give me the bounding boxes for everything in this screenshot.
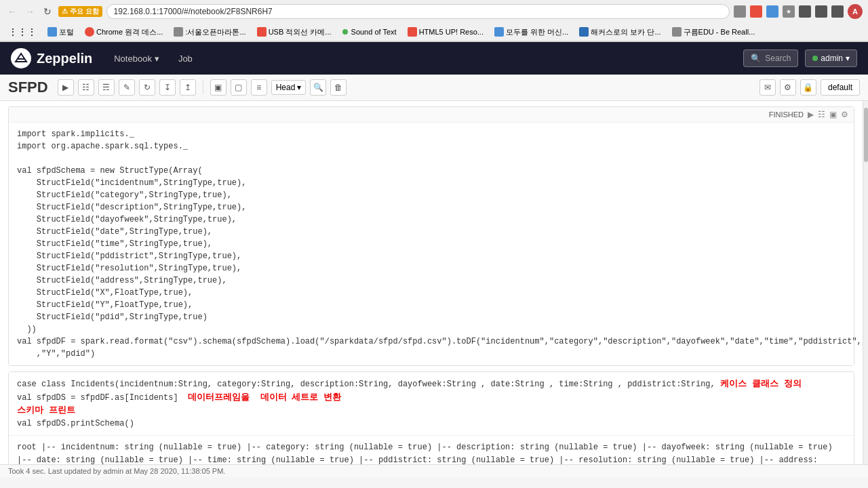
admin-label: admin [821,54,843,63]
dropdown-arrow: ▾ [297,83,301,92]
browser-chrome: ← → ↻ ⚠ 주요 요함 192.168.0.1:17000/#/notebo… [0,0,868,42]
layout-button[interactable]: ☷ [78,79,94,96]
cell-1-code[interactable]: import spark.implicits._ import org.apac… [9,123,854,365]
delete-button[interactable]: 🗑 [330,79,347,96]
notebook-toolbar: SFPD ▶ ☷ ☴ ✎ ↻ ↧ ↥ ▣ ▢ ≡ Head ▾ 🔍 🗑 ✉ ⚙ … [0,75,868,101]
toolbar-separator-1 [203,81,203,94]
status-text: Took 4 sec. Last updated by admin at May… [8,467,225,475]
chevron-down-icon: ▾ [846,54,850,63]
header-right: 🔍 Search admin ▾ [743,49,857,67]
refresh-button[interactable]: ↻ [139,79,155,96]
search-box[interactable]: 🔍 Search [743,49,798,67]
extension-icon-2 [750,5,762,18]
back-button[interactable]: ← [5,5,19,18]
annotation-ds: 데이터프레임을 데이터 세트로 변환 [188,392,341,403]
cell-1-status: FINISHED [769,110,804,119]
app-header: Zeppelin Notebook ▾ Job 🔍 Search admin ▾ [0,42,868,75]
lock-icon[interactable]: 🔒 [800,79,816,96]
status-bar: Took 4 sec. Last updated by admin at May… [0,464,868,477]
main-content: FINISHED ▶ ☷ ▣ ⚙ import spark.implicits.… [0,101,868,464]
edit-button[interactable]: ✎ [119,79,135,96]
config-icon[interactable]: ⚙ [780,79,796,96]
bookmark-ml[interactable]: 모두를 위한 머신... [492,26,571,39]
extension-icon-4: ★ [783,5,795,18]
nav-notebook[interactable]: Notebook ▾ [106,48,167,69]
search-icon: 🔍 [751,54,761,63]
annotation-schema: 스키마 프린트 [17,405,75,415]
bookmarks-bar: ⋮⋮⋮ 포털 Chrome 원격 데스... :서울오픈마라톤... USB 적… [0,23,868,41]
nav-job[interactable]: Job [170,48,201,69]
search-code-button[interactable]: 🔍 [310,79,326,96]
cell-1-header: FINISHED ▶ ☷ ▣ ⚙ [9,107,854,123]
admin-button[interactable]: admin ▾ [805,49,857,67]
cell-2-code[interactable]: case class Incidents(incidentnum:String,… [9,372,854,435]
bookmark-html5up[interactable]: HTML5 UP! Reso... [405,26,486,38]
zeppelin-logo: Zeppelin [11,48,92,68]
search-placeholder: Search [765,54,791,63]
notebook-title: SFPD [8,79,48,96]
forward-button[interactable]: → [23,5,37,18]
address-text: 192.168.0.1:17000/#/notebook/2F8SNR6H7 [114,7,273,16]
head-dropdown[interactable]: Head ▾ [271,80,307,95]
extension-icon-3 [766,5,778,18]
settings-icon[interactable]: ✉ [760,79,776,96]
toolbar-right: ✉ ⚙ 🔒 default [760,79,860,96]
cell-settings-icon[interactable]: ⚙ [841,110,848,119]
ds-code-line: val sfpdDS = sfpdDF.as[Incidents] 데이터프레임… [17,393,341,403]
bookmark-cloud-edu[interactable]: 구름EDU - Be Reall... [669,26,758,39]
run-button[interactable]: ▶ [58,79,74,96]
address-bar[interactable]: 192.168.0.1:17000/#/notebook/2F8SNR6H7 [106,4,730,19]
logo-icon [11,48,31,68]
cell-expand-icon[interactable]: ▣ [829,110,837,119]
warning-badge: ⚠ 주요 요함 [58,6,102,17]
extension-icon-5 [799,5,811,18]
status-dot [812,56,818,61]
browser-icons: ★ A [734,4,863,19]
bookmark-hacker-voca[interactable]: 해커스로의 보카 단... [576,26,663,39]
list-button[interactable]: ≡ [251,79,267,96]
scrollbar-thumb[interactable] [864,108,868,162]
bookmark-seoul-marathon[interactable]: :서울오픈마라톤... [171,26,248,39]
cell-run-icon[interactable]: ▶ [808,110,814,119]
copy-button[interactable]: ▣ [210,79,226,96]
browser-toolbar: ← → ↻ ⚠ 주요 요함 192.168.0.1:17000/#/notebo… [0,0,868,23]
bookmark-chrome-remote[interactable]: Chrome 원격 데스... [82,26,165,39]
schema-output: root |-- incidentnum: string (nullable =… [9,435,854,465]
download-button[interactable]: ↧ [159,79,176,96]
case-code-line: case class Incidents(incidentnum:String,… [17,380,802,389]
bookmark-usb-camera[interactable]: USB 적외선 카메... [254,26,334,39]
cell-1: FINISHED ▶ ☷ ▣ ⚙ import spark.implicits.… [8,106,854,366]
zoom-button[interactable]: ▢ [231,79,247,96]
upload-button[interactable]: ↥ [180,79,196,96]
bookmark-apps[interactable]: ⋮⋮⋮ [5,25,39,39]
app-title: Zeppelin [37,51,92,66]
bookmark-sound-of-text[interactable]: Sound of Text [340,26,399,37]
cell-container: FINISHED ▶ ☷ ▣ ⚙ import spark.implicits.… [0,101,863,464]
table-button[interactable]: ☴ [98,79,115,96]
default-button[interactable]: default [821,79,860,96]
extension-icon-7 [831,5,844,18]
extension-icon-1 [734,5,746,18]
bookmark-portal[interactable]: 포털 [45,26,77,39]
extension-icon-6 [815,5,827,18]
reload-button[interactable]: ↻ [41,5,54,18]
cell-2: case class Incidents(incidentnum:String,… [8,371,854,464]
head-label: Head [276,83,296,92]
annotation-case: 케이스 클래스 정의 [720,379,802,389]
user-avatar[interactable]: A [848,4,863,19]
main-nav: Notebook ▾ Job [106,48,201,69]
svg-marker-0 [16,54,26,62]
cell-resize-icon[interactable]: ☷ [818,110,825,119]
scrollbar[interactable] [863,101,868,464]
